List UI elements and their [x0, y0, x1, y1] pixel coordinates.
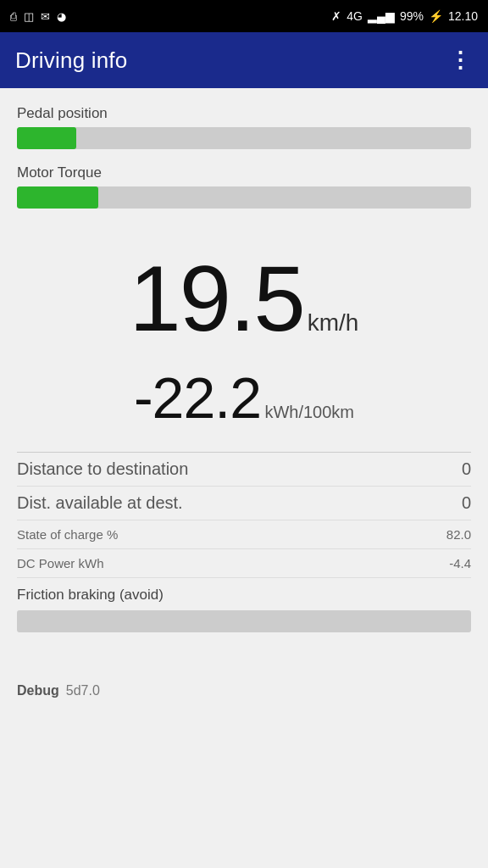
speed-unit: km/h [308, 309, 359, 336]
usb-icon: ⎙ [10, 10, 17, 23]
status-right-icons: ✗ 4G ▂▄▆ 99% ⚡ 12.10 [331, 9, 478, 23]
app-title: Driving info [15, 47, 127, 74]
debug-label: Debug [17, 683, 59, 698]
energy-section: -22.2 kWh/100km [17, 356, 471, 448]
friction-braking-section: Friction braking (avoid) [17, 587, 471, 632]
battery-icon: ⚡ [429, 9, 443, 23]
energy-value: -22.2 [134, 365, 261, 430]
state-of-charge-label: State of charge % [17, 527, 118, 542]
dist-available-value: 0 [462, 493, 471, 513]
status-bar: ⎙ ◫ ✉ ◕ ✗ 4G ▂▄▆ 99% ⚡ 12.10 [0, 0, 488, 32]
bluetooth-icon: ✗ [331, 9, 341, 23]
friction-braking-label: Friction braking (avoid) [17, 587, 471, 604]
gmail-icon: ✉ [41, 10, 50, 23]
dist-available-label: Dist. available at dest. [17, 493, 183, 513]
debug-section: Debug 5d7.0 [17, 683, 471, 715]
motor-torque-fill [17, 186, 98, 209]
status-left-icons: ⎙ ◫ ✉ ◕ [10, 10, 66, 23]
dc-power-label: DC Power kWh [17, 556, 104, 570]
friction-braking-bar [17, 610, 471, 632]
table-row: Distance to destination 0 [17, 453, 471, 487]
battery-percent: 99% [400, 9, 424, 23]
table-row: State of charge % 82.0 [17, 520, 471, 549]
distance-destination-label: Distance to destination [17, 459, 188, 479]
network-type: 4G [347, 9, 363, 23]
data-rows: Distance to destination 0 Dist. availabl… [17, 452, 471, 578]
pedal-position-bar [17, 127, 471, 149]
main-content: Pedal position Motor Torque 19.5km/h -22… [0, 88, 488, 868]
motor-torque-bar [17, 186, 471, 209]
table-row: DC Power kWh -4.4 [17, 549, 471, 578]
overflow-menu-button[interactable]: ⋮ [449, 47, 473, 74]
table-row: Dist. available at dest. 0 [17, 487, 471, 520]
motor-torque-label: Motor Torque [17, 164, 471, 181]
motor-torque-section: Motor Torque [17, 164, 471, 209]
app-bar: Driving info ⋮ [0, 32, 488, 88]
pedal-position-fill [17, 127, 76, 149]
distance-destination-value: 0 [462, 459, 471, 479]
pedal-position-section: Pedal position [17, 105, 471, 149]
notification-icon: ◕ [57, 10, 66, 23]
speed-section: 19.5km/h [17, 224, 471, 356]
pedal-position-label: Pedal position [17, 105, 471, 122]
state-of-charge-value: 82.0 [446, 527, 471, 542]
image-icon: ◫ [24, 10, 34, 23]
speed-value: 19.5 [130, 246, 304, 350]
signal-bars-icon: ▂▄▆ [368, 9, 395, 23]
debug-value: 5d7.0 [66, 683, 100, 698]
clock: 12.10 [448, 9, 478, 23]
dc-power-value: -4.4 [449, 556, 471, 570]
energy-unit: kWh/100km [264, 403, 354, 421]
